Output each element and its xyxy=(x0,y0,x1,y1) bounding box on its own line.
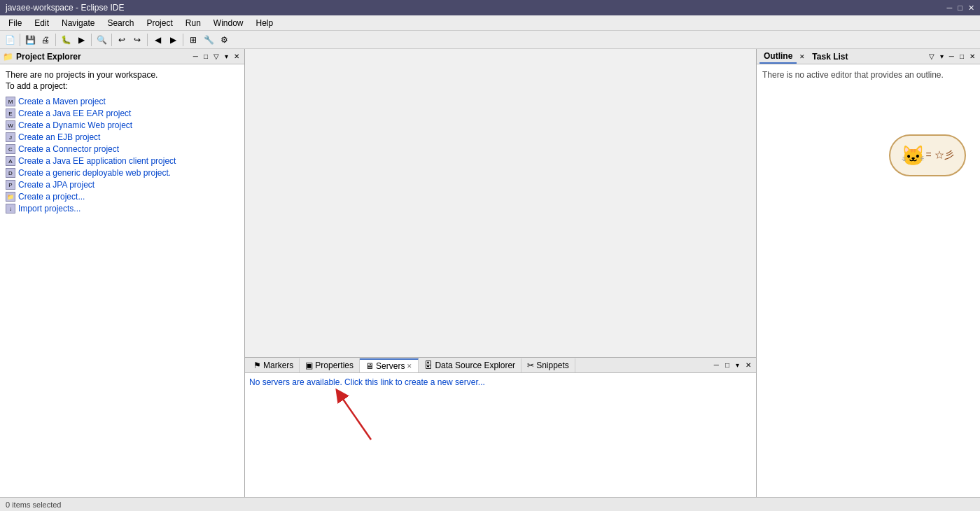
create-deployable-link[interactable]: Create a generic deployable web project. xyxy=(18,168,171,178)
tab-data-source-explorer[interactable]: 🗄 Data Source Explorer xyxy=(419,358,522,372)
create-web-link[interactable]: Create a Dynamic Web project xyxy=(18,120,132,130)
outline-minimize-btn[interactable]: ─ xyxy=(947,52,956,61)
bottom-minimize-btn[interactable]: ─ xyxy=(712,360,721,370)
editor-area xyxy=(245,49,756,357)
app-client-icon: A xyxy=(6,156,15,166)
tab-snippets[interactable]: ✂ Snippets xyxy=(522,358,575,372)
outline-menu-btn[interactable]: ▾ xyxy=(938,52,946,61)
create-maven-link[interactable]: Create a Maven project xyxy=(18,97,106,106)
menu-file[interactable]: File xyxy=(3,17,27,29)
menu-edit[interactable]: Edit xyxy=(29,17,55,29)
bottom-close-btn[interactable]: ✕ xyxy=(743,360,753,370)
toolbar: 📄 💾 🖨 🐛 ▶ 🔍 ↩ ↪ ◀ ▶ ⊞ 🔧 ⚙ xyxy=(0,31,980,49)
outline-close-btn[interactable]: ✕ xyxy=(967,52,977,61)
list-item: M Create a Maven project xyxy=(6,97,239,106)
eclipse-mascot: 🐱 = ☆彡 xyxy=(889,134,966,176)
create-connector-link[interactable]: Create a Connector project xyxy=(18,144,119,154)
menu-navigate[interactable]: Navigate xyxy=(56,17,100,29)
list-item: P Create a JPA project xyxy=(6,180,239,190)
web-icon: W xyxy=(6,120,15,130)
menu-help[interactable]: Help xyxy=(251,17,279,29)
toolbar-sep-3 xyxy=(91,34,92,46)
outline-body: There is no active editor that provides … xyxy=(757,64,980,497)
project-explorer-header: 📁 Project Explorer ─ □ ▽ ▾ ✕ xyxy=(0,49,244,64)
servers-icon: 🖥 xyxy=(365,361,374,371)
toolbar-icon2[interactable]: 🔧 xyxy=(202,33,216,47)
outline-controls: ▽ ▾ ─ □ ✕ xyxy=(927,52,977,61)
toolbar-undo-btn[interactable]: ↩ xyxy=(115,33,129,47)
right-panel: Outline ✕ Task List ▽ ▾ ─ □ ✕ There is n… xyxy=(756,49,980,497)
outline-close-icon[interactable]: ✕ xyxy=(799,53,805,60)
create-jpa-link[interactable]: Create a JPA project xyxy=(18,180,94,190)
bottom-menu-btn[interactable]: ▾ xyxy=(734,360,741,370)
list-item: ↓ Import projects... xyxy=(6,204,239,214)
import-projects-link[interactable]: Import projects... xyxy=(18,204,80,214)
tab-markers[interactable]: ⚑ Markers xyxy=(248,358,300,372)
snippets-label: Snippets xyxy=(536,360,569,370)
servers-tab-close[interactable]: ✕ xyxy=(407,363,412,370)
outline-collapse-btn[interactable]: ▽ xyxy=(927,52,937,61)
toolbar-icon3[interactable]: ⚙ xyxy=(217,33,231,47)
toolbar-new-btn[interactable]: 📄 xyxy=(3,33,17,47)
jpa-icon: P xyxy=(6,180,15,190)
toolbar-sep-5 xyxy=(147,34,148,46)
pe-minimize-btn[interactable]: ─ xyxy=(191,52,200,61)
bottom-content: No servers are available. Click this lin… xyxy=(245,373,756,497)
toolbar-save-btn[interactable]: 💾 xyxy=(23,33,37,47)
pe-maximize-btn[interactable]: □ xyxy=(202,52,210,61)
toolbar-forward-btn[interactable]: ▶ xyxy=(166,33,180,47)
outline-message: There is no active editor that provides … xyxy=(762,70,944,80)
markers-label: Markers xyxy=(263,360,293,370)
toolbar-sep-1 xyxy=(20,34,20,46)
tab-outline[interactable]: Outline xyxy=(760,50,797,64)
ejb-icon: J xyxy=(6,132,15,142)
project-explorer-body: There are no projects in your workspace.… xyxy=(0,64,244,497)
pe-collapse-btn[interactable]: ▽ xyxy=(211,52,221,61)
mascot-emoji: 🐱 xyxy=(901,144,925,167)
pe-close-btn[interactable]: ✕ xyxy=(232,52,241,61)
bottom-panel: ⚑ Markers ▣ Properties 🖥 Servers ✕ 🗄 xyxy=(245,357,756,497)
properties-icon: ▣ xyxy=(305,360,313,370)
close-button[interactable]: ✕ xyxy=(968,4,974,13)
create-ejb-link[interactable]: Create an EJB project xyxy=(18,132,100,142)
bottom-tab-controls: ─ □ ▾ ✕ xyxy=(712,360,753,370)
menu-run[interactable]: Run xyxy=(180,17,206,29)
menu-project[interactable]: Project xyxy=(141,17,178,29)
maximize-button[interactable]: □ xyxy=(958,4,962,13)
outline-maximize-btn[interactable]: □ xyxy=(958,52,966,61)
outline-header: Outline ✕ Task List ▽ ▾ ─ □ ✕ xyxy=(757,49,980,64)
list-item: D Create a generic deployable web projec… xyxy=(6,168,239,178)
create-app-client-link[interactable]: Create a Java EE application client proj… xyxy=(18,156,176,166)
toolbar-perspective-btn[interactable]: ⊞ xyxy=(186,33,200,47)
datasource-icon: 🗄 xyxy=(424,360,433,370)
center-panel: ⚑ Markers ▣ Properties 🖥 Servers ✕ 🗄 xyxy=(245,49,756,497)
connector-icon: C xyxy=(6,144,15,154)
pe-links: M Create a Maven project E Create a Java… xyxy=(6,97,239,214)
project-explorer-panel: 📁 Project Explorer ─ □ ▽ ▾ ✕ There are n… xyxy=(0,49,245,497)
create-project-link[interactable]: Create a project... xyxy=(18,192,85,202)
pe-menu-btn[interactable]: ▾ xyxy=(223,52,230,61)
toolbar-search-btn[interactable]: 🔍 xyxy=(94,33,108,47)
servers-label: Servers xyxy=(376,361,405,371)
project-explorer-label: Project Explorer xyxy=(16,52,81,62)
minimize-button[interactable]: ─ xyxy=(947,4,953,13)
main-layout: 📁 Project Explorer ─ □ ▽ ▾ ✕ There are n… xyxy=(0,49,980,497)
bottom-tab-group: ⚑ Markers ▣ Properties 🖥 Servers ✕ 🗄 xyxy=(248,358,575,372)
tab-servers[interactable]: 🖥 Servers ✕ xyxy=(360,358,419,372)
title-bar: javaee-workspace - Eclipse IDE ─ □ ✕ xyxy=(0,0,980,15)
mascot-decoration: = ☆彡 xyxy=(925,149,953,162)
toolbar-debug-btn[interactable]: 🐛 xyxy=(59,33,73,47)
toolbar-redo-btn[interactable]: ↪ xyxy=(130,33,144,47)
tab-task-list[interactable]: Task List xyxy=(808,50,852,63)
toolbar-back-btn[interactable]: ◀ xyxy=(150,33,164,47)
list-item: 📁 Create a project... xyxy=(6,192,239,202)
toolbar-print-btn[interactable]: 🖨 xyxy=(38,33,52,47)
menu-search[interactable]: Search xyxy=(102,17,139,29)
tab-properties[interactable]: ▣ Properties xyxy=(300,358,360,372)
bottom-maximize-btn[interactable]: □ xyxy=(723,360,732,370)
list-item: A Create a Java EE application client pr… xyxy=(6,156,239,166)
create-ear-link[interactable]: Create a Java EE EAR project xyxy=(18,108,131,118)
menu-window[interactable]: Window xyxy=(208,17,249,29)
toolbar-sep-4 xyxy=(111,34,112,46)
toolbar-run-btn[interactable]: ▶ xyxy=(74,33,88,47)
